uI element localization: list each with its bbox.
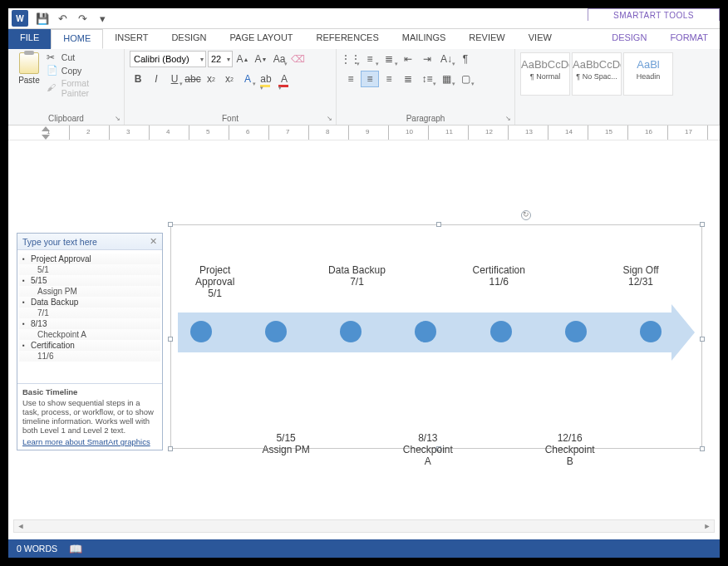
text-pane-item[interactable]: 7/1 (19, 308, 160, 318)
underline-button[interactable]: U (166, 71, 183, 87)
text-pane-item[interactable]: Certification (19, 340, 160, 351)
tab-mailings[interactable]: MAILINGS (391, 29, 458, 49)
tab-file[interactable]: FILE (8, 29, 51, 49)
undo-button[interactable]: ↶ (53, 10, 71, 27)
timeline-dot[interactable] (340, 321, 362, 342)
italic-button[interactable]: I (148, 71, 165, 87)
tab-smartart-design[interactable]: DESIGN (600, 29, 658, 49)
bold-button[interactable]: B (130, 71, 146, 87)
word-count[interactable]: 0 WORDS (17, 544, 57, 554)
timeline-label[interactable]: Sign Off12/31 (605, 265, 676, 299)
justify-button[interactable]: ≣ (399, 71, 417, 87)
clear-formatting-button[interactable]: ⌫ (289, 51, 306, 67)
borders-button[interactable]: ▢ (456, 71, 475, 87)
timeline-arrow[interactable] (178, 304, 695, 362)
shading-button[interactable]: ▦ (437, 71, 455, 87)
scroll-right-button[interactable]: ► (701, 520, 714, 532)
align-center-button[interactable]: ≡ (361, 71, 379, 87)
style-normal[interactable]: AaBbCcDc ¶ Normal (520, 52, 570, 96)
text-pane-item[interactable]: 8/13 (19, 318, 160, 329)
timeline-label[interactable] (534, 265, 605, 299)
tab-review[interactable]: REVIEW (457, 29, 516, 49)
align-right-button[interactable]: ≡ (380, 71, 398, 87)
clipboard-dialog-launcher[interactable]: ↘ (112, 113, 122, 123)
hanging-indent-marker[interactable] (42, 135, 50, 140)
text-pane-item[interactable]: Data Backup (19, 297, 160, 308)
tab-references[interactable]: REFERENCES (305, 29, 391, 49)
spellcheck-icon[interactable]: 📖 (69, 543, 82, 555)
timeline-label[interactable] (180, 433, 250, 467)
horizontal-ruler[interactable]: 1234567891011121314151617 (8, 126, 720, 140)
timeline-label[interactable]: 8/13CheckpointA (392, 433, 463, 467)
tab-view[interactable]: VIEW (517, 29, 563, 49)
text-pane-item[interactable]: Assign PM (19, 286, 160, 297)
sort-button[interactable]: A↓ (437, 51, 455, 67)
learn-more-link[interactable]: Learn more about SmartArt graphics (22, 437, 150, 446)
timeline-dot[interactable] (415, 321, 436, 342)
text-pane-close-button[interactable]: ✕ (150, 236, 157, 247)
rotate-handle[interactable] (521, 210, 531, 220)
resize-handle-se[interactable] (700, 446, 705, 451)
multilevel-list-button[interactable]: ≣ (380, 51, 398, 67)
tab-page-layout[interactable]: PAGE LAYOUT (219, 29, 305, 49)
timeline-dot[interactable] (190, 321, 212, 342)
superscript-button[interactable]: x2 (221, 71, 238, 87)
redo-button[interactable]: ↷ (73, 10, 91, 27)
font-size-combo[interactable]: 22 (208, 51, 233, 67)
shrink-font-button[interactable]: A▼ (253, 51, 269, 67)
numbering-button[interactable]: ≡ (361, 51, 379, 67)
line-spacing-button[interactable]: ↕≡ (418, 71, 436, 87)
document-area[interactable]: Type your text here ✕ Project Approval5/… (8, 141, 720, 534)
scroll-left-button[interactable]: ◄ (14, 520, 27, 532)
smartart-canvas[interactable]: ProjectApproval5/1Data Backup7/1Certific… (170, 224, 702, 449)
timeline-label[interactable] (605, 433, 676, 467)
font-name-combo[interactable]: Calibri (Body) (130, 51, 206, 67)
resize-handle-n[interactable] (436, 222, 441, 227)
timeline-label[interactable]: 12/16CheckpointB (534, 433, 605, 467)
change-case-button[interactable]: Aa (271, 51, 288, 67)
timeline-dot[interactable] (490, 321, 512, 342)
qat-customize-button[interactable]: ▾ (93, 10, 111, 27)
timeline-label[interactable] (250, 265, 321, 299)
resize-handle-sw[interactable] (168, 446, 173, 451)
bullets-button[interactable]: ⋮⋮ (342, 51, 360, 67)
tab-insert[interactable]: INSERT (103, 29, 160, 49)
resize-handle-ne[interactable] (700, 222, 705, 227)
timeline-label[interactable]: Data Backup7/1 (322, 265, 392, 299)
text-pane-item[interactable]: Project Approval (19, 253, 160, 264)
strikethrough-button[interactable]: abc (184, 71, 201, 87)
increase-indent-button[interactable]: ⇥ (418, 51, 436, 67)
paste-button[interactable]: Paste (13, 51, 45, 99)
first-line-indent-marker[interactable] (42, 126, 50, 131)
paragraph-dialog-launcher[interactable]: ↘ (503, 113, 513, 123)
timeline-dot[interactable] (265, 321, 287, 342)
copy-button[interactable]: Copy (47, 64, 119, 77)
subscript-button[interactable]: x2 (203, 71, 219, 87)
timeline-label[interactable]: ProjectApproval5/1 (180, 265, 250, 299)
resize-handle-nw[interactable] (168, 222, 173, 227)
highlight-color-button[interactable]: ab (258, 71, 274, 87)
text-pane-item[interactable]: 5/15 (19, 275, 160, 286)
resize-handle-e[interactable] (700, 337, 705, 342)
show-hide-button[interactable]: ¶ (456, 51, 475, 67)
timeline-label[interactable] (464, 433, 534, 467)
tab-smartart-format[interactable]: FORMAT (658, 29, 720, 49)
style-no-spacing[interactable]: AaBbCcDc ¶ No Spac... (572, 52, 622, 96)
text-effects-button[interactable]: A (239, 71, 256, 87)
tab-design[interactable]: DESIGN (160, 29, 218, 49)
timeline-dot[interactable] (640, 321, 662, 342)
cut-button[interactable]: Cut (47, 51, 119, 64)
font-dialog-launcher[interactable]: ↘ (324, 113, 334, 123)
resize-handle-w[interactable] (168, 337, 173, 342)
text-pane-item[interactable]: 11/6 (19, 351, 160, 362)
timeline-label[interactable] (322, 433, 392, 467)
timeline-label[interactable]: 5/15Assign PM (250, 433, 321, 467)
save-button[interactable]: 💾 (33, 10, 52, 27)
text-pane-list[interactable]: Project Approval5/15/15Assign PMData Bac… (17, 250, 162, 383)
format-painter-button[interactable]: Format Painter (47, 77, 119, 99)
timeline-label[interactable]: Certification11/6 (464, 265, 534, 299)
horizontal-scrollbar[interactable]: ◄ ► (13, 519, 715, 533)
text-pane-item[interactable]: Checkpoint A (19, 329, 160, 340)
decrease-indent-button[interactable]: ⇤ (399, 51, 417, 67)
tab-home[interactable]: HOME (51, 29, 103, 49)
